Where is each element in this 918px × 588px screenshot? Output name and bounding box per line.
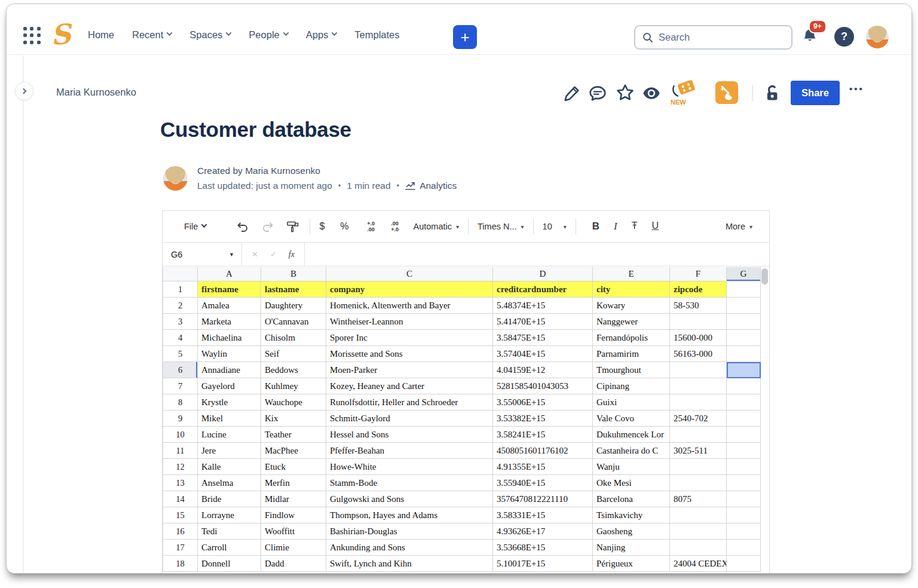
cell-E9[interactable]: Vale Covo xyxy=(593,411,670,427)
cell-E8[interactable]: Guixi xyxy=(593,394,670,411)
cell-E16[interactable]: Gaosheng xyxy=(593,523,670,540)
cell-F12[interactable] xyxy=(670,459,727,475)
row-header-2[interactable]: 2 xyxy=(163,298,198,314)
cell-A14[interactable]: Bride xyxy=(198,491,261,507)
cell-E1[interactable]: city xyxy=(593,281,670,298)
cell-E3[interactable]: Nanggewer xyxy=(593,314,670,330)
cell-F18[interactable]: 24004 CEDEX xyxy=(670,556,727,572)
cancel-edit-icon[interactable]: ✕ xyxy=(252,250,258,259)
row-header-7[interactable]: 7 xyxy=(163,378,198,394)
row-header-11[interactable]: 11 xyxy=(163,443,198,459)
cell-A4[interactable]: Michaelina xyxy=(198,330,261,346)
cell-E7[interactable]: Cipinang xyxy=(593,378,670,394)
paint-format-icon[interactable] xyxy=(284,220,302,232)
cell-B8[interactable]: Wauchope xyxy=(261,394,326,411)
cell-F6[interactable] xyxy=(670,362,727,378)
cell-G7[interactable] xyxy=(727,378,761,394)
cell-B16[interactable]: Wooffitt xyxy=(261,523,326,540)
font-size-dropdown[interactable]: 10 ▾ xyxy=(541,219,568,234)
cell-C18[interactable]: Swift, Lynch and Kihn xyxy=(326,556,493,572)
cell-D13[interactable]: 3.55940E+15 xyxy=(493,475,593,491)
function-fx-button[interactable]: fx xyxy=(289,250,295,259)
cell-D18[interactable]: 5.10017E+15 xyxy=(493,556,593,572)
cell-name-box[interactable]: G6 ▼ xyxy=(163,243,242,266)
row-header-12[interactable]: 12 xyxy=(163,459,198,475)
cell-B13[interactable]: Merfin xyxy=(261,475,326,491)
cell-B5[interactable]: Seif xyxy=(261,346,326,362)
cell-B7[interactable]: Kuhlmey xyxy=(261,378,326,394)
cell-A13[interactable]: Anselma xyxy=(198,475,261,491)
create-button[interactable]: + xyxy=(453,25,477,49)
column-header-F[interactable]: F xyxy=(670,267,727,281)
cell-C12[interactable]: Howe-White xyxy=(326,459,493,475)
cell-F5[interactable]: 56163-000 xyxy=(670,346,727,362)
cell-D14[interactable]: 3576470812221110 xyxy=(493,491,593,507)
cell-E4[interactable]: Fernandópolis xyxy=(593,330,670,346)
cell-F13[interactable] xyxy=(670,475,727,491)
cell-C1[interactable]: company xyxy=(326,281,493,298)
cell-D15[interactable]: 3.58331E+15 xyxy=(493,507,593,523)
cell-G5[interactable] xyxy=(727,346,761,362)
cell-A15[interactable]: Lorrayne xyxy=(198,507,261,523)
cell-C13[interactable]: Stamm-Bode xyxy=(326,475,493,491)
cell-C15[interactable]: Thompson, Hayes and Adams xyxy=(326,507,493,523)
table-filter-macro-icon[interactable] xyxy=(715,81,738,104)
nav-item-recent[interactable]: Recent xyxy=(132,29,172,41)
cell-D6[interactable]: 4.04159E+12 xyxy=(493,362,593,378)
help-button[interactable]: ? xyxy=(834,27,854,47)
cell-G12[interactable] xyxy=(727,459,761,475)
cell-G2[interactable] xyxy=(727,298,761,314)
column-header-G[interactable]: G xyxy=(727,267,761,281)
row-header-16[interactable]: 16 xyxy=(163,523,198,540)
cell-D5[interactable]: 3.57404E+15 xyxy=(493,346,593,362)
cell-F10[interactable] xyxy=(670,427,727,443)
cell-C7[interactable]: Kozey, Heaney and Carter xyxy=(326,378,493,394)
row-header-17[interactable]: 17 xyxy=(163,540,198,556)
formula-input[interactable] xyxy=(305,243,769,266)
cell-D1[interactable]: creditcardnumber xyxy=(493,281,593,298)
cell-G13[interactable] xyxy=(727,475,761,491)
redo-icon[interactable] xyxy=(259,221,277,232)
cell-F9[interactable]: 2540-702 xyxy=(670,411,727,427)
row-header-18[interactable]: 18 xyxy=(163,556,198,572)
cell-F3[interactable] xyxy=(670,314,727,330)
cell-B11[interactable]: MacPhee xyxy=(261,443,326,459)
cell-D17[interactable]: 3.53668E+15 xyxy=(493,540,593,556)
bold-button[interactable]: B xyxy=(592,220,599,232)
file-menu[interactable]: File xyxy=(183,219,207,234)
cell-G11[interactable] xyxy=(727,443,761,459)
cell-A1[interactable]: firstname xyxy=(198,281,261,298)
cell-D2[interactable]: 5.48374E+15 xyxy=(493,298,593,314)
cell-E10[interactable]: Dukuhmencek Lor xyxy=(593,427,670,443)
cell-B10[interactable]: Teather xyxy=(261,427,326,443)
cell-C14[interactable]: Gulgowski and Sons xyxy=(326,491,493,507)
cell-F8[interactable] xyxy=(670,394,727,411)
cell-A5[interactable]: Waylin xyxy=(198,346,261,362)
cell-B3[interactable]: O'Cannavan xyxy=(261,314,326,330)
cell-E11[interactable]: Castanheira do C xyxy=(593,443,670,459)
cell-A10[interactable]: Lucine xyxy=(198,427,261,443)
edit-pencil-icon[interactable] xyxy=(564,85,580,104)
breadcrumb[interactable]: Maria Kurnosenko xyxy=(56,87,136,98)
nav-item-apps[interactable]: Apps xyxy=(306,29,337,41)
cell-D10[interactable]: 3.58241E+15 xyxy=(493,427,593,443)
row-header-1[interactable]: 1 xyxy=(163,281,198,298)
cell-G4[interactable] xyxy=(727,330,761,346)
cell-E14[interactable]: Barcelona xyxy=(593,491,670,507)
cell-A3[interactable]: Marketa xyxy=(198,314,261,330)
comment-icon[interactable] xyxy=(589,85,607,105)
expand-sidebar-button[interactable] xyxy=(15,82,33,100)
cell-F16[interactable] xyxy=(670,523,727,540)
cell-A2[interactable]: Amalea xyxy=(198,298,261,314)
cell-C17[interactable]: Ankunding and Sons xyxy=(326,540,493,556)
row-header-14[interactable]: 14 xyxy=(163,491,198,507)
share-button[interactable]: Share xyxy=(791,81,840,105)
cell-G10[interactable] xyxy=(727,427,761,443)
cell-B12[interactable]: Etuck xyxy=(261,459,326,475)
row-header-15[interactable]: 15 xyxy=(163,507,198,523)
cell-D9[interactable]: 3.53382E+15 xyxy=(493,411,593,427)
search-box[interactable] xyxy=(634,25,792,50)
cell-E6[interactable]: Tmourghout xyxy=(593,362,670,378)
cell-F11[interactable]: 3025-511 xyxy=(670,443,727,459)
italic-button[interactable]: I xyxy=(614,220,617,232)
